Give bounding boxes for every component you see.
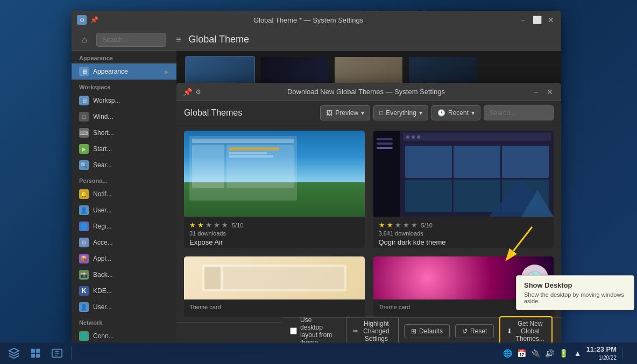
home-button[interactable]: ⌂ (78, 33, 91, 46)
everything-icon: □ (379, 109, 383, 117)
main-content: 📌 ⚙ Download New Global Themes — System … (176, 51, 561, 344)
dialog-search-input[interactable] (484, 105, 554, 120)
sidebar-appl-label: Appl... (93, 255, 111, 262)
sidebar: Appearance 🖥 Appearance ▶ Workspace 🖥 Wo… (72, 51, 176, 344)
svg-rect-4 (31, 349, 35, 353)
qogir-main (400, 131, 554, 217)
qogir-author-name: vincelluice (387, 247, 414, 248)
sidebar-item-back[interactable]: 📸 Back... (72, 267, 176, 283)
sidebar-user-label: User... (93, 206, 112, 214)
time-value: 11:23 PM (586, 345, 617, 354)
reset-label: Reset (470, 327, 487, 335)
sidebar-item-kde[interactable]: K KDE... (72, 283, 176, 299)
sidebar-item-conn[interactable]: 🌐 Conn... (72, 328, 176, 344)
dialog-overlay: 📌 ⚙ Download New Global Themes — System … (176, 51, 561, 344)
sear-icon: 🔍 (79, 160, 89, 170)
dialog-close-button[interactable]: ✕ (545, 87, 555, 97)
volume-icon[interactable]: 🔊 (544, 348, 555, 359)
sidebar-item-notif[interactable]: 🔔 Notif... (72, 186, 176, 202)
sidebar-item-short[interactable]: ⌨ Short... (72, 125, 176, 141)
qogir-star-4: ★ (403, 221, 409, 229)
window-title: Global Theme * — System Settings (98, 16, 518, 24)
sidebar-conn-label: Conn... (93, 332, 114, 340)
window-controls: − ⬜ ✕ (518, 15, 556, 25)
taskbar-right: 🌐 📅 🔌 🔊 🔋 ▲ 11:23 PM 1/20/22 (502, 345, 633, 361)
dialog-minimize-button[interactable]: − (531, 87, 541, 97)
appearance-icon: 🖥 (79, 67, 89, 76)
network-icon[interactable]: 🌐 (502, 348, 513, 359)
page-title: Global Theme (188, 34, 249, 45)
layout-checkbox-label[interactable]: Use desktop layout from theme (290, 316, 335, 345)
sidebar-item-user2[interactable]: 👤 User... (72, 299, 176, 315)
sidebar-regi-label: Regi... (93, 223, 112, 230)
dialog-controls: − ✕ (531, 87, 555, 97)
taskbar-time[interactable]: 11:23 PM 1/20/22 (586, 345, 617, 361)
content-area: Appearance 🖥 Appearance ▶ Workspace 🖥 Wo… (72, 51, 561, 344)
battery-icon[interactable]: 🔋 (558, 348, 569, 359)
minimize-button[interactable]: − (518, 15, 528, 25)
acce-icon: ⚙ (79, 238, 89, 247)
maximize-button[interactable]: ⬜ (532, 15, 542, 25)
sidebar-item-appl[interactable]: 📦 Appl... (72, 251, 176, 267)
network-section-header: Network (72, 315, 176, 328)
layout-checkbox[interactable] (290, 327, 297, 334)
reset-icon: ↺ (462, 327, 468, 335)
sidebar-notif-label: Notif... (93, 190, 112, 198)
show-desktop-button[interactable] (622, 348, 633, 359)
get-new-label: Get New Global Themes... (515, 320, 545, 342)
sidebar-item-sear[interactable]: 🔍 Sear... (72, 157, 176, 173)
sidebar-item-wind[interactable]: □ Wind... (72, 109, 176, 125)
user2-icon: 👤 (79, 302, 89, 312)
taskbar-icons: 🌐 📅 🔌 🔊 🔋 ▲ (502, 348, 583, 359)
arrow-up-icon[interactable]: ▲ (572, 348, 583, 359)
defaults-button[interactable]: ⊞ Defaults (404, 324, 450, 338)
close-button[interactable]: ✕ (546, 15, 556, 25)
svg-rect-6 (31, 354, 35, 358)
preview-button[interactable]: 🖼 Preview ▾ (320, 105, 370, 120)
recent-button[interactable]: 🕐 Recent ▾ (431, 105, 480, 120)
personal-section-header: Persona... (72, 173, 176, 186)
arrow-icon: ▶ (165, 69, 169, 75)
sidebar-item-acce[interactable]: ⚙ Acce... (72, 234, 176, 251)
defaults-icon: ⊞ (411, 327, 416, 335)
taskbar-app-2[interactable] (26, 345, 45, 362)
regi-icon: 🌐 (79, 222, 89, 231)
preview-label: Preview (335, 109, 358, 117)
qogir-star-5: ★ (411, 221, 417, 229)
highlight-button[interactable]: ✏ Highlight Changed Settings (346, 317, 399, 345)
sidebar-item-regi[interactable]: 🌐 Regi... (72, 218, 176, 234)
taskbar-separator (71, 347, 72, 360)
toolbar-search-input[interactable] (96, 33, 166, 47)
sidebar-short-label: Short... (93, 129, 114, 137)
qogir-sidebar (373, 131, 400, 217)
theme-card-expose: ★ ★ ★ ★ ★ 5/10 31 downloads Expose Air (184, 131, 365, 248)
back-icon: 📸 (79, 270, 89, 280)
calendar-icon[interactable]: 📅 (516, 348, 527, 359)
everything-label: Everything (386, 109, 416, 117)
expose-stars: ★ ★ ★ ★ ★ 5/10 (189, 221, 359, 229)
taskbar-app-3[interactable] (47, 345, 67, 362)
menu-icon[interactable]: ≡ (176, 35, 181, 45)
expose-preview-image (184, 131, 365, 217)
pin-icon: 📌 (90, 16, 98, 24)
sidebar-item-worksp[interactable]: 🖥 Worksp... (72, 92, 176, 109)
expose-author: By phob1an (189, 247, 359, 248)
sidebar-item-user[interactable]: 👤 User... (72, 202, 176, 218)
conn-icon: 🌐 (79, 331, 89, 341)
everything-button[interactable]: □ Everything ▾ (373, 105, 428, 120)
toolbar-btn-group: 🖼 Preview ▾ □ Everything ▾ (320, 105, 554, 120)
expose-downloads: 31 downloads (189, 230, 359, 237)
get-new-themes-button[interactable]: ⬇ Get New Global Themes... (499, 316, 553, 345)
preview-chevron-icon: ▾ (361, 109, 364, 117)
star-3: ★ (206, 221, 212, 229)
taskbar-icon-3 (51, 347, 63, 359)
taskbar-app-1[interactable] (4, 345, 24, 362)
download-themes-dialog: 📌 ⚙ Download New Global Themes — System … (176, 83, 561, 344)
usb-icon[interactable]: 🔌 (530, 348, 541, 359)
highlight-label: Highlight Changed Settings (361, 320, 392, 342)
sidebar-item-appearance[interactable]: 🖥 Appearance ▶ (72, 63, 176, 80)
wind-icon: □ (79, 112, 89, 122)
reset-button[interactable]: ↺ Reset (455, 324, 494, 338)
sidebar-item-start[interactable]: ▶ Start... (72, 141, 176, 157)
main-titlebar: ⚙ 📌 Global Theme * — System Settings − ⬜… (72, 11, 561, 29)
